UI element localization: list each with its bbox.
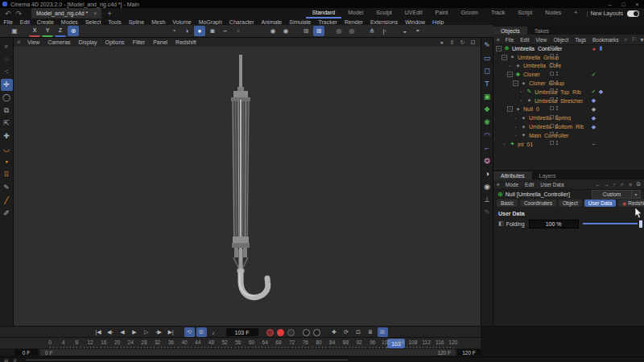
modeling-axis-button[interactable]: |◦ [379, 26, 390, 36]
camera-object-icon[interactable]: ◉ [481, 180, 493, 193]
spline-pen-icon[interactable]: ✎ [481, 39, 493, 51]
knob-a-icon[interactable]: ◉ [267, 26, 279, 36]
attr-menu-item[interactable]: Edit [522, 182, 537, 187]
menubar-item[interactable]: Extensions [366, 19, 401, 25]
object-row-umbrella_core[interactable]: •⌖Umbrella_Core [493, 62, 644, 71]
visibility-toggles[interactable] [550, 123, 558, 128]
transform-a-tool[interactable]: ⇱ [1, 117, 13, 130]
mirror-tool-button[interactable]: ⋔ [366, 26, 378, 36]
layout-tab-standard[interactable]: Standard [306, 8, 341, 19]
object-name[interactable]: jnt_01 [518, 142, 533, 147]
object-row-umbrella_bottom_rib[interactable]: •⌖Umbrella_Bottom_Rib◆ [493, 122, 644, 131]
tab-takes[interactable]: Takes [527, 27, 556, 35]
3d-viewport[interactable] [14, 47, 481, 326]
workplane-icon[interactable]: ▫ [233, 26, 244, 36]
move-tool[interactable]: ✛ [1, 79, 13, 91]
object-row-umbrella_group[interactable]: −⌖Umbrella_Group [493, 53, 644, 62]
attr-back-icon[interactable]: ← [594, 180, 602, 188]
spline-primitive-icon[interactable]: ▭ [481, 51, 493, 64]
object-row-main_controller[interactable]: •⌖Main_Controller [493, 131, 644, 140]
lock-z-axis-button[interactable]: Z [55, 26, 66, 37]
om-menu-item[interactable]: File [502, 37, 517, 43]
om-filter-icon[interactable]: ▼ [638, 35, 644, 43]
object-name[interactable]: Main_Controller [529, 133, 568, 138]
viewport-menu-item[interactable]: Display [75, 39, 101, 45]
attr-forward-icon[interactable]: → [602, 180, 610, 188]
layout-tab-nodes[interactable]: Nodes [539, 8, 568, 19]
visibility-toggles[interactable] [550, 54, 558, 59]
undo-icon[interactable]: ↶ [5, 10, 11, 18]
deformer-icon[interactable]: ◠ [481, 129, 493, 142]
rotate-tool[interactable]: ◯ [1, 92, 13, 104]
sketch-tool[interactable]: ✐ [1, 208, 13, 220]
menubar-item[interactable]: Volume [169, 19, 195, 25]
menubar-item[interactable]: Edit [16, 19, 33, 25]
target-b-button[interactable]: ◎ [346, 26, 357, 36]
check-tag-icon[interactable]: ✓ [590, 88, 597, 95]
corner-snap-icon[interactable]: ⌐ [220, 26, 231, 36]
goto-next-key-button[interactable]: ◦▶ [154, 327, 164, 337]
expander-icon[interactable]: − [507, 106, 513, 112]
object-row-jnt_01[interactable]: •✦jnt_01~ [493, 140, 644, 149]
display-tag-icon[interactable]: ▮ [597, 45, 605, 51]
visibility-toggles[interactable] [550, 97, 558, 102]
minimal-timeline-toggle[interactable]: ⊞ [378, 327, 388, 337]
lock-x-axis-button[interactable]: X [29, 26, 40, 37]
cloner-object-icon[interactable]: ❖ [481, 103, 493, 116]
om-burger-icon[interactable]: ≡ [493, 37, 502, 43]
layout-tab-track[interactable]: Track [485, 8, 511, 19]
status-menu-icon[interactable]: ▤ [2, 357, 10, 362]
section-tab-user-data[interactable]: User Data [584, 200, 616, 207]
maximize-button[interactable]: □ [617, 2, 630, 7]
visibility-toggles[interactable] [550, 45, 558, 50]
visibility-toggles[interactable] [550, 71, 558, 76]
close-button[interactable]: × [630, 2, 644, 7]
attr-filter-icon[interactable]: ≡ [626, 180, 634, 188]
constraint-tag-icon[interactable]: ◆ [590, 115, 597, 121]
points-mode-button[interactable]: ▪ [1, 156, 13, 168]
folding-value-field[interactable]: 100 % [529, 220, 579, 228]
dark-toggle-a[interactable]: ◒ [399, 26, 411, 36]
spline-smile-tool[interactable]: ◡ [1, 143, 13, 155]
preview-range-bar[interactable]: 0 F 120 F [40, 349, 456, 356]
viewport-window-icon[interactable]: ▣ [9, 26, 20, 36]
menubar-item[interactable]: Character [225, 19, 258, 25]
object-row-null_0[interactable]: −⌖Null_0◆ [493, 105, 644, 114]
status-disable-icon[interactable]: ⊘ [11, 357, 19, 362]
visibility-toggles[interactable] [550, 114, 558, 119]
layout-tab-sculpt[interactable]: Sculpt [369, 8, 398, 19]
object-row-umbrella_top_rib[interactable]: •✎Umbrella_Top_Rib✓◆ [493, 88, 644, 97]
redo-icon[interactable]: ↷ [16, 10, 23, 18]
floor-object-icon[interactable]: ⌐ [481, 142, 493, 154]
new-layouts-label[interactable]: New Layouts [591, 10, 623, 16]
sound-toggle[interactable]: ♪ [208, 327, 219, 337]
cycle-keys-button[interactable]: ⟳ [341, 327, 352, 337]
section-tab-redshift-object[interactable]: Redshift Object [618, 200, 644, 207]
object-row-umbrella_spring[interactable]: •⌖Umbrella_Spring◆ [493, 113, 644, 122]
record-snapshot-button[interactable]: ✚ [329, 327, 340, 337]
object-name[interactable]: Umbrella_Stretcher [535, 98, 583, 104]
live-selection-tool[interactable]: ◌ [1, 53, 13, 65]
object-row-cloner_group[interactable]: −⌖Cloner_Group [493, 79, 644, 88]
stage-object-icon[interactable]: ⊥ [481, 193, 493, 206]
goto-end-button[interactable]: ▶| [166, 327, 176, 337]
range-start-field[interactable]: 0 F [14, 349, 38, 356]
menubar-item[interactable]: Render [341, 19, 366, 25]
menubar-item[interactable]: Mesh [148, 19, 169, 25]
attr-burger-icon[interactable]: ≡ [493, 182, 502, 187]
menubar-item[interactable]: Modes [57, 19, 81, 25]
menubar-item[interactable]: Window [402, 19, 429, 25]
record-rotation-toggle[interactable] [313, 329, 320, 336]
sky-object-icon[interactable]: ❂ [481, 154, 493, 167]
keyframe-selection-button[interactable] [287, 329, 295, 336]
section-tab-coordinates[interactable]: Coordinates [520, 200, 556, 207]
pen-tool[interactable]: ✎ [1, 182, 13, 194]
attr-external-icon[interactable]: ⧉ [634, 180, 642, 188]
tab-objects[interactable]: Objects [493, 27, 527, 35]
interactive-render-button[interactable]: ● [194, 26, 205, 36]
attr-menu-item[interactable]: Mode [502, 182, 522, 187]
autokey-toggle[interactable] [277, 329, 284, 336]
om-flag-icon[interactable]: ⚐ [630, 35, 638, 43]
menubar-item[interactable]: File [0, 19, 16, 25]
minimize-button[interactable]: – [603, 2, 617, 7]
